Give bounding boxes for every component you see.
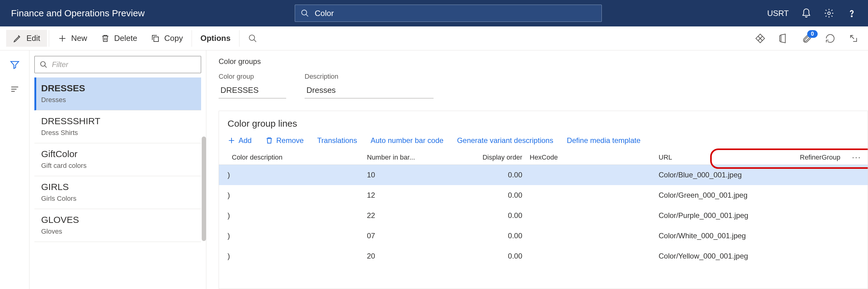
svg-point-2 bbox=[828, 12, 831, 15]
record-list: DRESSES Dresses DRESSSHIRT Dress Shirts … bbox=[34, 78, 201, 289]
app-title: Finance and Operations Preview bbox=[0, 8, 295, 19]
attachments-button[interactable]: 0 bbox=[802, 33, 812, 44]
header-display-order[interactable]: Display order bbox=[453, 153, 524, 162]
attachments-badge: 0 bbox=[807, 30, 818, 38]
cell-url[interactable]: Color/Purple_000_001.jpeg bbox=[659, 211, 800, 220]
options-label: Options bbox=[200, 33, 230, 43]
cell-display-order[interactable]: 0.00 bbox=[453, 252, 524, 260]
header-color-description[interactable]: Color description bbox=[232, 153, 367, 162]
field-description-value[interactable]: Dresses bbox=[305, 82, 434, 98]
cell-display-order[interactable]: 0.00 bbox=[453, 191, 524, 200]
cell-marker: ) bbox=[219, 171, 232, 179]
list-item-desc: Dress Shirts bbox=[41, 129, 194, 137]
edit-label: Edit bbox=[26, 33, 40, 43]
new-label: New bbox=[71, 33, 87, 43]
gear-icon[interactable] bbox=[824, 8, 834, 19]
svg-point-0 bbox=[302, 10, 307, 15]
cell-display-order[interactable]: 0.00 bbox=[453, 171, 524, 179]
global-search[interactable] bbox=[295, 5, 602, 22]
list-item[interactable]: GiftColor Gift card colors bbox=[34, 143, 201, 176]
user-label[interactable]: USRT bbox=[767, 9, 789, 18]
top-navbar: Finance and Operations Preview USRT bbox=[0, 0, 868, 26]
add-line-button[interactable]: Add bbox=[227, 136, 252, 145]
svg-rect-8 bbox=[154, 37, 158, 41]
delete-button[interactable]: Delete bbox=[94, 30, 144, 47]
list-scrollbar[interactable] bbox=[202, 137, 206, 241]
remove-line-button[interactable]: Remove bbox=[265, 136, 304, 145]
card-linkbar: Add Remove Translations Auto number bar … bbox=[219, 134, 868, 150]
field-colorgroup-label: Color group bbox=[219, 73, 286, 81]
svg-point-14 bbox=[40, 61, 45, 66]
autonumber-button[interactable]: Auto number bar code bbox=[371, 136, 443, 145]
svg-line-10 bbox=[254, 39, 256, 42]
popout-icon[interactable] bbox=[848, 33, 859, 44]
grid-row[interactable]: ) 12 0.00 Color/Green_000_001.jpeg bbox=[219, 185, 868, 205]
svg-line-1 bbox=[306, 15, 308, 17]
grid-header: Color description Number in bar... Displ… bbox=[219, 150, 868, 165]
list-item[interactable]: DRESSSHIRT Dress Shirts bbox=[34, 110, 201, 143]
cell-marker: ) bbox=[219, 191, 232, 200]
help-icon[interactable] bbox=[846, 8, 857, 19]
filter-icon[interactable] bbox=[8, 58, 22, 71]
cell-number[interactable]: 07 bbox=[367, 232, 453, 240]
list-item[interactable]: GLOVES Gloves bbox=[34, 209, 201, 242]
cell-display-order[interactable]: 0.00 bbox=[453, 211, 524, 220]
command-bar: Edit New Delete Copy Options bbox=[0, 26, 868, 51]
define-media-button[interactable]: Define media template bbox=[567, 136, 641, 145]
cell-url[interactable]: Color/Blue_000_001.jpeg bbox=[659, 171, 800, 179]
list-filter-input[interactable] bbox=[52, 60, 196, 69]
new-button[interactable]: New bbox=[51, 30, 94, 47]
translations-button[interactable]: Translations bbox=[317, 136, 357, 145]
refresh-icon[interactable] bbox=[825, 33, 835, 44]
list-item-name: GiftColor bbox=[41, 149, 194, 159]
cell-number[interactable]: 10 bbox=[367, 171, 453, 179]
cell-display-order[interactable]: 0.00 bbox=[453, 232, 524, 240]
list-icon[interactable] bbox=[8, 82, 22, 96]
copy-label: Copy bbox=[164, 33, 183, 43]
header-url[interactable]: URL bbox=[659, 153, 800, 162]
list-item[interactable]: DRESSES Dresses bbox=[34, 78, 201, 110]
cell-number[interactable]: 22 bbox=[367, 211, 453, 220]
list-filter[interactable] bbox=[34, 56, 201, 73]
cell-number[interactable]: 12 bbox=[367, 191, 453, 200]
cell-url[interactable]: Color/White_000_001.jpeg bbox=[659, 232, 800, 240]
page-title: Color groups bbox=[219, 57, 868, 66]
search-icon bbox=[301, 9, 309, 18]
cell-url[interactable]: Color/Yellow_000_001.jpeg bbox=[659, 252, 800, 260]
cell-marker: ) bbox=[219, 252, 232, 260]
list-item-desc: Gift card colors bbox=[41, 162, 194, 170]
svg-point-9 bbox=[249, 35, 255, 40]
lines-card: Color group lines Add Remove Translation… bbox=[219, 111, 868, 289]
header-number-in-barcode[interactable]: Number in bar... bbox=[367, 153, 453, 162]
generate-variant-button[interactable]: Generate variant descriptions bbox=[457, 136, 553, 145]
main-content: Color groups Color group DRESSES Descrip… bbox=[206, 51, 868, 289]
find-button[interactable] bbox=[241, 30, 264, 47]
global-search-input[interactable] bbox=[315, 9, 596, 18]
office-icon[interactable] bbox=[778, 33, 789, 44]
list-item-name: GIRLS bbox=[41, 182, 194, 192]
delete-label: Delete bbox=[114, 33, 137, 43]
header-hexcode[interactable]: HexCode bbox=[524, 153, 659, 162]
field-colorgroup-value[interactable]: DRESSES bbox=[219, 82, 286, 98]
cell-url[interactable]: Color/Green_000_001.jpeg bbox=[659, 191, 800, 200]
list-item[interactable]: GIRLS Girls Colors bbox=[34, 176, 201, 209]
more-columns-icon[interactable]: ⋮ bbox=[851, 153, 862, 163]
cell-number[interactable]: 20 bbox=[367, 252, 453, 260]
edit-button[interactable]: Edit bbox=[6, 30, 47, 47]
grid-row[interactable]: ) 10 0.00 Color/Blue_000_001.jpeg bbox=[219, 165, 868, 185]
notifications-icon[interactable] bbox=[801, 8, 811, 19]
svg-point-3 bbox=[851, 16, 852, 17]
grid-row[interactable]: ) 07 0.00 Color/White_000_001.jpeg bbox=[219, 226, 868, 246]
list-item-desc: Girls Colors bbox=[41, 195, 194, 203]
field-description: Description Dresses bbox=[305, 73, 434, 98]
options-button[interactable]: Options bbox=[194, 30, 237, 47]
field-description-label: Description bbox=[305, 73, 434, 81]
grid-row[interactable]: ) 22 0.00 Color/Purple_000_001.jpeg bbox=[219, 205, 868, 226]
list-item-desc: Dresses bbox=[41, 96, 194, 104]
copy-button[interactable]: Copy bbox=[144, 30, 190, 47]
list-item-name: DRESSES bbox=[41, 83, 194, 93]
diamond-icon[interactable] bbox=[755, 33, 766, 44]
lines-grid: Color description Number in bar... Displ… bbox=[219, 150, 868, 289]
cell-marker: ) bbox=[219, 211, 232, 220]
grid-row[interactable]: ) 20 0.00 Color/Yellow_000_001.jpeg bbox=[219, 246, 868, 266]
